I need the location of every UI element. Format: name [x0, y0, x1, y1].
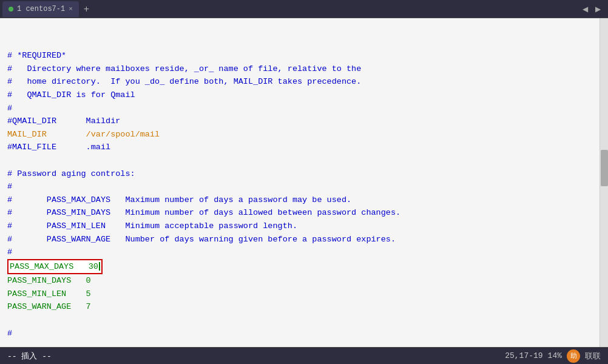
line-pass-warn-age: PASS_WARN_AGE 7 [7, 302, 91, 311]
line-qmail-dir-comment: #QMAIL_DIR Maildir [7, 116, 120, 126]
line-pass-min-len: PASS_MIN_LEN 5 [7, 289, 91, 298]
line-mail-dir: MAIL_DIR /var/spool/mail [7, 130, 160, 139]
line-pass-max-days: PASS_MAX_DAYS 30 [7, 262, 103, 271]
line-required: # *REQUIRED* [7, 51, 66, 60]
line-blank-2 [7, 156, 12, 165]
add-tab-button[interactable]: + [80, 4, 93, 15]
line-password-aging: # Password aging controls: [7, 169, 135, 178]
line-pass-min-days: PASS_MIN_DAYS 0 [7, 276, 91, 285]
status-bar: -- 插入 -- 25,17-19 14% 助 联联 [0, 347, 608, 364]
plugin-icon-label: 助 [570, 351, 577, 360]
editor-content[interactable]: # *REQUIRED* # Directory where mailboxes… [0, 18, 600, 347]
editor-container: # *REQUIRED* # Directory where mailboxes… [0, 18, 608, 347]
line-hash-final: # [7, 329, 12, 338]
line-home-dir: # home directory. If you _do_ define bot… [7, 77, 361, 86]
line-blank-1 [7, 38, 12, 47]
line-mail-file-comment: #MAIL_FILE .mail [7, 143, 110, 152]
tab-label: 1 centos7-1 [17, 5, 65, 13]
line-hash2: # [7, 182, 12, 191]
cursor-position: 25,17-19 [505, 351, 542, 360]
line-hash1: # [7, 104, 12, 113]
line-pass-warn-age-comment: # PASS_WARN_AGE Number of days warning g… [7, 235, 396, 244]
line-qmail-desc: # QMAIL_DIR is for Qmail [7, 90, 135, 99]
line-pass-max-comment: # PASS_MAX_DAYS Maximum number of days a… [7, 195, 351, 204]
line-pass-min-len-comment: # PASS_MIN_LEN Minimum acceptable passwo… [7, 221, 297, 231]
close-tab-button[interactable]: × [69, 5, 73, 13]
file-percentage: 14% [548, 351, 562, 360]
line-pass-min-days-comment: # PASS_MIN_DAYS Minimum number of days a… [7, 208, 400, 217]
scrollbar-thumb[interactable] [601, 150, 608, 186]
tab-status-dot [8, 7, 13, 12]
editor-mode: -- 插入 -- [7, 351, 52, 362]
status-right: 25,17-19 14% 助 联联 [505, 349, 601, 363]
tab-navigation: ◀ ▶ [580, 4, 608, 15]
tab-bar: 1 centos7-1 × + ◀ ▶ [0, 0, 608, 18]
nav-right-button[interactable]: ▶ [593, 4, 603, 15]
line-blank-3 [7, 315, 12, 325]
line-directory-desc: # Directory where mailboxes reside, _or_… [7, 64, 361, 73]
nav-left-button[interactable]: ◀ [580, 4, 590, 15]
scrollbar[interactable] [600, 18, 608, 347]
line-hash3: # [7, 248, 12, 257]
tab-centos7-1[interactable]: 1 centos7-1 × [2, 1, 79, 17]
plugin-icon: 助 [567, 349, 580, 363]
brand-label: 联联 [585, 351, 601, 362]
